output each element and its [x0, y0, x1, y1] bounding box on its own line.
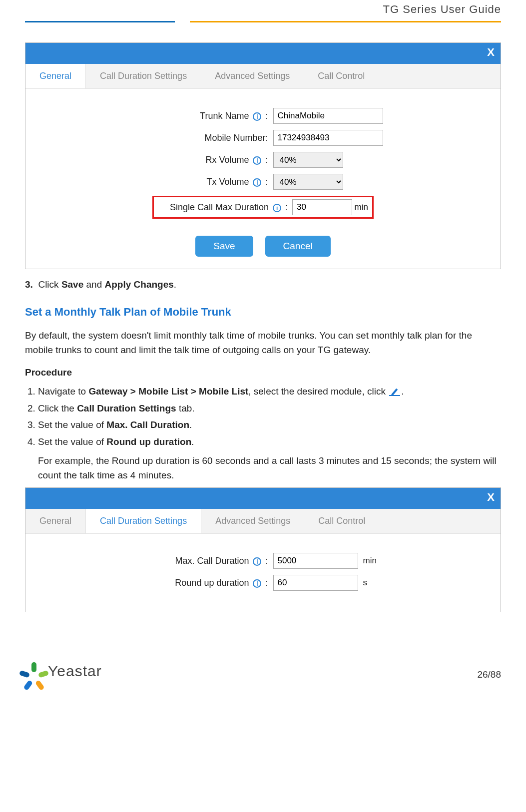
panel-titlebar: X	[25, 488, 501, 509]
single-call-max-unit: min	[354, 202, 368, 212]
logo-text: Yeastar	[48, 663, 102, 680]
tab-advanced[interactable]: Advanced Settings	[201, 64, 304, 88]
logo-mark-icon	[25, 662, 43, 680]
info-icon[interactable]: i	[253, 557, 261, 566]
single-call-max-highlight: Single Call Max Duration i : min	[152, 196, 374, 219]
tabstrip: General Call Duration Settings Advanced …	[25, 64, 501, 89]
tab-general[interactable]: General	[25, 64, 86, 88]
procedure-step-3: Set the value of Max. Call Duration.	[38, 417, 501, 432]
procedure-step-4: Set the value of Round up duration.	[38, 434, 501, 449]
call-duration-panel: X General Call Duration Settings Advance…	[25, 487, 501, 612]
rx-volume-select[interactable]: 40%	[273, 152, 343, 168]
tab-call-duration[interactable]: Call Duration Settings	[86, 64, 201, 88]
info-icon[interactable]: i	[273, 204, 281, 212]
panel-titlebar: X	[25, 43, 501, 64]
tabstrip: General Call Duration Settings Advanced …	[25, 509, 501, 534]
section-intro: By default, the system doesn't limit mon…	[25, 329, 501, 357]
max-call-duration-label: Max. Call Duration i :	[83, 556, 268, 566]
edit-icon	[388, 387, 401, 396]
procedure-list: Navigate to Gateway > Mobile List > Mobi…	[25, 384, 501, 449]
procedure-label: Procedure	[25, 367, 501, 378]
round-up-duration-input[interactable]	[273, 575, 358, 591]
trunk-name-input[interactable]	[273, 108, 383, 124]
rx-volume-label: Rx Volume i :	[83, 155, 268, 165]
step-3-save-apply: 3. Click Save and Apply Changes.	[25, 277, 501, 292]
header-rule	[25, 21, 501, 22]
round-up-duration-label: Round up duration i :	[83, 578, 268, 588]
tx-volume-select[interactable]: 40%	[273, 174, 343, 190]
single-call-max-input[interactable]	[292, 199, 352, 215]
cancel-button[interactable]: Cancel	[265, 236, 331, 257]
mobile-number-label: Mobile Number:	[83, 133, 268, 143]
doc-title: TG Series User Guide	[25, 3, 501, 16]
tab-general[interactable]: General	[25, 509, 86, 533]
max-call-duration-input[interactable]	[273, 553, 358, 569]
procedure-step-1: Navigate to Gateway > Mobile List > Mobi…	[38, 384, 501, 399]
info-icon[interactable]: i	[253, 579, 261, 588]
tx-volume-label: Tx Volume i :	[83, 177, 268, 187]
page-number: 26/88	[477, 669, 501, 680]
section-heading: Set a Monthly Talk Plan of Mobile Trunk	[25, 306, 501, 319]
round-up-duration-unit: s	[363, 578, 368, 588]
info-icon[interactable]: i	[253, 112, 261, 121]
max-call-duration-unit: min	[363, 556, 377, 566]
procedure-step-2: Click the Call Duration Settings tab.	[38, 401, 501, 415]
tab-call-control[interactable]: Call Control	[304, 64, 379, 88]
tab-call-duration[interactable]: Call Duration Settings	[86, 509, 201, 533]
close-icon[interactable]: X	[487, 46, 495, 59]
tab-call-control[interactable]: Call Control	[304, 509, 379, 533]
procedure-step-4-note: For example, the Round up duration is 60…	[38, 454, 501, 482]
info-icon[interactable]: i	[253, 156, 261, 165]
trunk-name-label: Trunk Name i :	[83, 111, 268, 121]
close-icon[interactable]: X	[487, 491, 495, 504]
yeastar-logo: Yeastar	[25, 662, 102, 680]
general-settings-panel: X General Call Duration Settings Advance…	[25, 42, 501, 269]
save-button[interactable]: Save	[195, 236, 253, 257]
tab-advanced[interactable]: Advanced Settings	[201, 509, 304, 533]
info-icon[interactable]: i	[253, 178, 261, 187]
single-call-max-label: Single Call Max Duration	[170, 202, 269, 212]
mobile-number-input[interactable]	[273, 130, 383, 146]
